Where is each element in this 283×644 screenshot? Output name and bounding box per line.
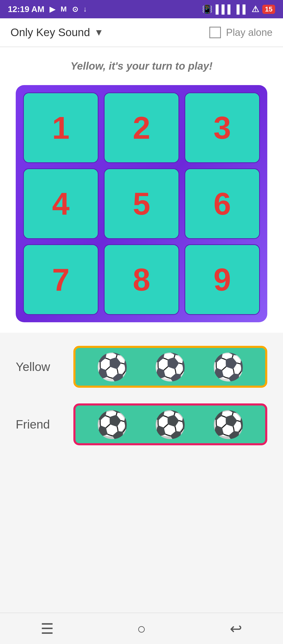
- toolbar-right: Play alone: [209, 27, 273, 38]
- vibrate-icon: 📳: [202, 4, 213, 14]
- yellow-score-row: Yellow ⚽ ⚽ ⚽: [16, 346, 267, 388]
- signal2-icon: ▌▌: [237, 4, 248, 14]
- score-section: Yellow ⚽ ⚽ ⚽ Friend ⚽ ⚽ ⚽: [0, 333, 283, 613]
- cell-9[interactable]: 9: [184, 244, 260, 315]
- menu-button[interactable]: ☰: [37, 620, 58, 637]
- cell-5[interactable]: 5: [104, 168, 179, 239]
- cell-1[interactable]: 1: [23, 92, 99, 163]
- play-alone-checkbox[interactable]: [209, 27, 221, 38]
- status-right: 📳 ▌▌▌ ▌▌ ⚠ 15: [202, 4, 275, 14]
- toolbar: Only Key Sound ▼ Play alone: [0, 18, 283, 47]
- alert-icon: ⚠: [252, 4, 259, 14]
- status-left: 12:19 AM ▶ M ⊙ ↓: [8, 4, 87, 14]
- friend-ball-3: ⚽: [212, 411, 245, 437]
- board-container: 123456789: [0, 80, 283, 333]
- turn-text: Yellow, it's your turn to play!: [70, 60, 213, 72]
- friend-player-label: Friend: [16, 417, 73, 431]
- menu-icon: ☰: [41, 620, 54, 637]
- status-bar: 12:19 AM ▶ M ⊙ ↓ 📳 ▌▌▌ ▌▌ ⚠ 15: [0, 0, 283, 18]
- back-icon: ↩: [230, 620, 242, 637]
- toolbar-left[interactable]: Only Key Sound ▼: [10, 26, 104, 39]
- yellow-ball-1: ⚽: [96, 354, 129, 380]
- bottom-nav: ☰ ○ ↩: [0, 613, 283, 644]
- friend-score-row: Friend ⚽ ⚽ ⚽: [16, 403, 267, 445]
- yellow-player-label: Yellow: [16, 360, 73, 374]
- download-icon: ↓: [83, 5, 87, 13]
- youtube-icon: ▶: [50, 5, 55, 14]
- gmail-icon: M: [61, 5, 67, 13]
- yellow-ball-3: ⚽: [212, 354, 245, 380]
- back-button[interactable]: ↩: [225, 620, 246, 637]
- dropdown-arrow-icon[interactable]: ▼: [94, 27, 104, 38]
- home-button[interactable]: ○: [131, 620, 152, 637]
- cell-3[interactable]: 3: [184, 92, 260, 163]
- sound-dropdown-label: Only Key Sound: [10, 26, 90, 39]
- cell-6[interactable]: 6: [184, 168, 260, 239]
- play-alone-label: Play alone: [226, 27, 273, 38]
- friend-balls-container: ⚽ ⚽ ⚽: [73, 403, 267, 445]
- cell-4[interactable]: 4: [23, 168, 99, 239]
- game-board: 123456789: [16, 85, 267, 322]
- shield-icon: ⊙: [72, 5, 78, 14]
- home-icon: ○: [137, 620, 146, 637]
- friend-ball-1: ⚽: [96, 411, 129, 437]
- yellow-ball-2: ⚽: [154, 354, 187, 380]
- yellow-balls-container: ⚽ ⚽ ⚽: [73, 346, 267, 388]
- friend-ball-2: ⚽: [154, 411, 187, 437]
- turn-indicator: Yellow, it's your turn to play!: [0, 47, 283, 80]
- cell-7[interactable]: 7: [23, 244, 99, 315]
- time-display: 12:19 AM: [8, 4, 44, 14]
- signal-icon: ▌▌▌: [216, 4, 233, 14]
- battery-display: 15: [262, 5, 275, 14]
- cell-2[interactable]: 2: [104, 92, 179, 163]
- cell-8[interactable]: 8: [104, 244, 179, 315]
